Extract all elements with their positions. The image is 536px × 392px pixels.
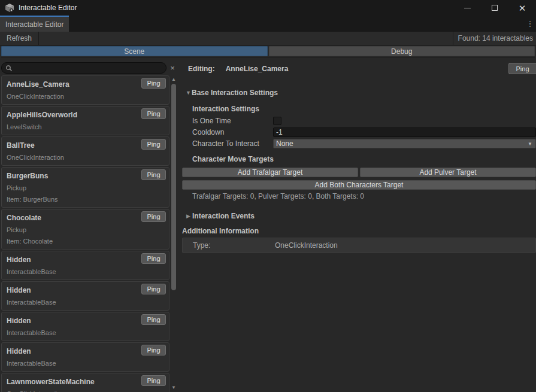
editor-panel: Editing: AnneLise_Camera Ping ▼ Base Int… bbox=[181, 58, 536, 392]
list-item[interactable]: AnneLise_Camera Ping OneClickInteraction bbox=[1, 75, 169, 105]
item-type: OneClickInteraction bbox=[7, 93, 166, 100]
list-item[interactable]: Hidden Ping InteractableBase bbox=[1, 342, 169, 372]
foldout-open-icon: ▼ bbox=[186, 90, 192, 96]
ping-button[interactable]: Ping bbox=[141, 78, 166, 89]
refresh-label: Refresh bbox=[7, 34, 32, 42]
item-type: InteractableBase bbox=[7, 299, 166, 306]
cooldown-row: Cooldown bbox=[181, 127, 536, 137]
ping-button[interactable]: Ping bbox=[141, 375, 166, 386]
interaction-settings-header: Interaction Settings bbox=[181, 105, 536, 113]
add-pulver-target-button[interactable]: Add Pulver Target bbox=[360, 168, 536, 177]
list-item-header: Hidden Ping bbox=[7, 253, 166, 264]
cooldown-field[interactable] bbox=[273, 127, 536, 137]
editing-target-name: AnneLise_Camera bbox=[226, 65, 289, 73]
toolbar: Refresh Found: 14 interactables bbox=[0, 32, 536, 45]
chevron-down-icon: ▼ bbox=[528, 141, 532, 147]
minimize-icon bbox=[464, 8, 471, 8]
item-name: Hidden bbox=[7, 314, 31, 325]
tab-label: Interactable Editor bbox=[5, 20, 63, 29]
list-item[interactable]: BurgerBuns Ping Pickup Item: BurgerBuns bbox=[1, 167, 169, 208]
item-name: BurgerBuns bbox=[7, 169, 48, 180]
list-item-header: BurgerBuns Ping bbox=[7, 169, 166, 180]
scroll-up-icon[interactable]: ▲ bbox=[171, 76, 176, 83]
list-item[interactable]: Hidden Ping InteractableBase bbox=[1, 281, 169, 311]
item-name: AnneLise_Camera bbox=[7, 78, 69, 89]
scroll-thumb[interactable] bbox=[171, 84, 176, 290]
main-content: × AnneLise_Camera Ping OneClickInteracti… bbox=[0, 58, 536, 392]
list-item[interactable]: AppleHillsOverworld Ping LevelSwitch bbox=[1, 106, 169, 135]
type-label: Type: bbox=[193, 241, 275, 250]
search-input[interactable] bbox=[1, 62, 166, 74]
ping-button[interactable]: Ping bbox=[141, 108, 166, 119]
is-one-time-checkbox[interactable] bbox=[273, 117, 281, 125]
list-item-header: LawnmowerStateMachine Ping bbox=[7, 375, 166, 386]
list-item-header: Chocolate Ping bbox=[7, 211, 166, 222]
minimize-button[interactable] bbox=[453, 0, 481, 16]
item-type: OneClickInteraction bbox=[7, 154, 166, 161]
list-item[interactable]: BallTree Ping OneClickInteraction bbox=[1, 136, 169, 166]
item-detail: Item: Chocolate bbox=[7, 238, 166, 245]
item-name: AppleHillsOverworld bbox=[7, 108, 77, 119]
ping-button[interactable]: Ping bbox=[141, 211, 166, 222]
close-button[interactable]: ✕ bbox=[508, 0, 536, 16]
list-item[interactable]: LawnmowerStateMachine Ping OneClickInter… bbox=[1, 373, 169, 392]
ping-button[interactable]: Ping bbox=[141, 169, 166, 180]
base-settings-foldout-label: Base Interaction Settings bbox=[192, 89, 278, 97]
list-item[interactable]: Chocolate Ping Pickup Item: Chocolate bbox=[1, 209, 169, 250]
kebab-menu-icon: ⋮ bbox=[526, 19, 534, 28]
base-settings-foldout[interactable]: ▼ Base Interaction Settings bbox=[181, 89, 536, 96]
type-info-box: Type: OneClickInteraction bbox=[182, 238, 536, 253]
maximize-icon bbox=[492, 5, 498, 11]
item-type: InteractableBase bbox=[7, 268, 166, 275]
window-title: Interactable Editor bbox=[19, 4, 77, 12]
scroll-down-icon[interactable]: ▼ bbox=[171, 384, 176, 391]
editor-tabbar: Interactable Editor ⋮ bbox=[0, 16, 536, 32]
tab-debug-label: Debug bbox=[391, 47, 412, 56]
list-item-header: AnneLise_Camera Ping bbox=[7, 78, 166, 89]
ping-button[interactable]: Ping bbox=[141, 284, 166, 294]
add-both-targets-button[interactable]: Add Both Characters Target bbox=[182, 180, 536, 190]
target-buttons-row: Add Trafalgar Target Add Pulver Target bbox=[182, 168, 536, 177]
app-cube-icon bbox=[5, 3, 14, 13]
add-trafalgar-target-button[interactable]: Add Trafalgar Target bbox=[182, 168, 358, 177]
character-row: Character To Interact None ▼ bbox=[181, 139, 536, 148]
titlebar: Interactable Editor ✕ bbox=[0, 0, 536, 16]
ping-button[interactable]: Ping bbox=[141, 139, 166, 150]
ping-button[interactable]: Ping bbox=[141, 253, 166, 264]
tab-menu-button[interactable]: ⋮ bbox=[526, 16, 534, 32]
window-controls: ✕ bbox=[453, 0, 536, 16]
item-name: Hidden bbox=[7, 345, 31, 355]
refresh-button[interactable]: Refresh bbox=[0, 32, 39, 45]
editing-label: Editing: bbox=[188, 65, 215, 73]
ping-button[interactable]: Ping bbox=[141, 345, 166, 355]
item-type: LevelSwitch bbox=[7, 123, 166, 130]
interaction-events-foldout[interactable]: ▶ Interaction Events bbox=[181, 212, 536, 220]
item-name: Hidden bbox=[7, 284, 31, 294]
search-clear-button[interactable]: × bbox=[166, 62, 178, 74]
list-item[interactable]: Hidden Ping InteractableBase bbox=[1, 251, 169, 280]
editing-row: Editing: AnneLise_Camera Ping bbox=[181, 63, 536, 74]
ping-button[interactable]: Ping bbox=[141, 314, 166, 325]
type-value: OneClickInteraction bbox=[275, 241, 338, 250]
tab-interactable-editor[interactable]: Interactable Editor bbox=[0, 16, 69, 32]
list-item[interactable]: Hidden Ping InteractableBase bbox=[1, 312, 169, 341]
list-scrollbar[interactable]: ▲ ▼ bbox=[169, 75, 178, 392]
list-item-header: BallTree Ping bbox=[7, 139, 166, 150]
targets-summary: Trafalgar Targets: 0, Pulver Targets: 0,… bbox=[181, 193, 536, 200]
is-one-time-row: Is One Time bbox=[181, 116, 536, 125]
interactable-editor-window: Interactable Editor ✕ Interactable Edito… bbox=[0, 0, 536, 392]
list-item-header: Hidden Ping bbox=[7, 314, 166, 325]
interactable-list: AnneLise_Camera Ping OneClickInteraction… bbox=[0, 75, 169, 392]
interactable-list-panel: × AnneLise_Camera Ping OneClickInteracti… bbox=[0, 58, 181, 392]
item-type: Pickup bbox=[7, 226, 166, 233]
search-row: × bbox=[0, 58, 181, 75]
tab-scene[interactable]: Scene bbox=[1, 46, 268, 56]
tab-debug[interactable]: Debug bbox=[269, 46, 535, 56]
item-name: LawnmowerStateMachine bbox=[7, 375, 95, 386]
scroll-track[interactable] bbox=[169, 83, 178, 384]
character-dropdown[interactable]: None ▼ bbox=[273, 139, 536, 148]
found-count: Found: 14 interactables bbox=[453, 32, 536, 45]
mode-tabs: Scene Debug bbox=[1, 46, 535, 57]
maximize-button[interactable] bbox=[481, 0, 508, 16]
editing-ping-button[interactable]: Ping bbox=[508, 63, 536, 74]
